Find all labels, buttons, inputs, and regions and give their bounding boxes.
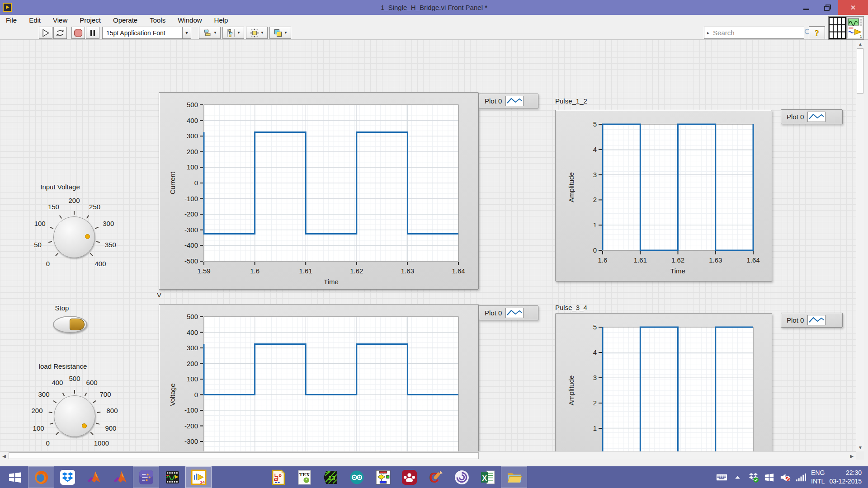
bittorrent-icon[interactable] — [448, 466, 475, 488]
abort-button[interactable] — [71, 27, 85, 39]
network-signal-icon[interactable] — [795, 471, 807, 483]
menu-item-tools[interactable]: Tools — [150, 16, 165, 24]
toolbar: 15pt Application Font ▼ ▼ ▼ ▼ ▼ ▸ ? — [0, 25, 868, 40]
search-box[interactable]: ▸ — [704, 27, 804, 39]
simulink-icon[interactable] — [107, 466, 133, 488]
file-explorer-icon[interactable] — [501, 466, 527, 488]
svg-text:Amplitude: Amplitude — [567, 375, 575, 406]
restore-button[interactable] — [817, 0, 838, 15]
stop-button[interactable] — [53, 316, 87, 333]
labview-media-icon[interactable] — [159, 466, 185, 488]
svg-text:1.64: 1.64 — [746, 256, 760, 264]
scroll-down-icon[interactable]: ▼ — [856, 443, 864, 451]
language-indicator[interactable]: ENG INTL — [811, 469, 825, 486]
plot-legend-voltage[interactable]: Plot 0 — [479, 305, 538, 320]
excel-icon[interactable]: X — [475, 466, 501, 488]
font-selector[interactable]: 15pt Application Font — [102, 27, 183, 39]
flowchart-icon[interactable] — [370, 466, 396, 488]
minimize-button[interactable] — [796, 0, 817, 15]
pause-button[interactable] — [86, 27, 99, 39]
reorder-button[interactable]: ▼ — [269, 27, 291, 39]
title-bar: 1_Single_H_Bridge.vi Front Panel * ✕ — [0, 0, 868, 15]
tex-icon[interactable]: TEX* — [291, 466, 317, 488]
scroll-right-icon[interactable]: ▶ — [848, 452, 856, 460]
show-hidden-icon[interactable] — [731, 471, 743, 483]
chart-panel-voltage: 1.591.61.611.621.631.645004003002001000-… — [159, 304, 479, 451]
svg-text:-200: -200 — [184, 210, 198, 218]
plot-legend-label: Plot 0 — [787, 316, 804, 324]
input-voltage-knob[interactable] — [53, 216, 95, 258]
svg-text:0: 0 — [194, 391, 198, 399]
font-selector-dropdown-icon[interactable]: ▼ — [182, 27, 191, 39]
dropbox-tray-icon[interactable] — [747, 471, 759, 483]
vertical-scroll-thumb[interactable] — [857, 48, 863, 94]
knob-scale-value: 0 — [46, 439, 49, 447]
context-help-button[interactable]: ? — [809, 26, 825, 39]
knob-scale-value: 300 — [38, 390, 49, 398]
arduino-icon[interactable] — [344, 466, 370, 488]
svg-text:-500: -500 — [184, 257, 198, 265]
app-13-icon[interactable]: 13 — [317, 466, 344, 488]
svg-text:3: 3 — [593, 374, 597, 381]
matlab-icon[interactable] — [80, 466, 107, 488]
knob-scale-value: 200 — [68, 197, 80, 204]
run-button[interactable] — [39, 27, 52, 39]
vi-icon[interactable]: 1 — [846, 16, 864, 40]
vertical-scrollbar[interactable]: ▲ ▼ — [856, 40, 864, 451]
knob-pointer-dot — [85, 234, 90, 239]
taskbar: 14TEX*13CX ENG INTL 22:30 03-12-2015 — [0, 466, 868, 488]
search-scope-icon[interactable]: ▸ — [707, 30, 709, 35]
chart-panel-current: 1.591.61.611.621.631.645004003002001000-… — [159, 92, 479, 290]
circuit-editor-icon[interactable] — [265, 466, 291, 488]
scroll-up-icon[interactable]: ▲ — [856, 40, 864, 48]
dropbox-icon[interactable] — [54, 466, 80, 488]
alignment-grid-icon[interactable] — [828, 16, 846, 40]
horizontal-scrollbar[interactable]: ◀ ▶ — [0, 451, 856, 460]
horizontal-scroll-thumb[interactable] — [9, 452, 479, 459]
chart-caption-pulse_1_2: Pulse_1_2 — [555, 97, 587, 105]
svg-text:1: 1 — [860, 34, 862, 39]
search-input[interactable] — [712, 28, 804, 37]
svg-text:Voltage: Voltage — [169, 383, 176, 406]
align-objects-button[interactable]: ▼ — [199, 27, 221, 39]
taskbar-items: 14TEX*13CX — [2, 466, 527, 488]
menu-item-operate[interactable]: Operate — [113, 16, 137, 24]
chart-pulse_1_2[interactable]: 1.61.611.621.631.64543210AmplitudeTime — [556, 110, 773, 282]
labview-2014-icon[interactable]: 14 — [185, 466, 212, 488]
firefox-icon[interactable] — [28, 466, 54, 488]
ni-max-icon[interactable] — [133, 466, 159, 488]
menu-item-view[interactable]: View — [53, 16, 67, 24]
scroll-left-icon[interactable]: ◀ — [0, 452, 8, 460]
clock[interactable]: 22:30 03-12-2015 — [829, 469, 862, 486]
plot-legend-pulse_1_2[interactable]: Plot 0 — [781, 109, 843, 124]
knob-scale-value: 400 — [94, 260, 106, 267]
ccleaner-icon[interactable]: C — [422, 466, 448, 488]
svg-text:1: 1 — [593, 221, 597, 229]
close-button[interactable]: ✕ — [838, 0, 868, 15]
menu-item-project[interactable]: Project — [80, 16, 101, 24]
menu-item-file[interactable]: File — [6, 16, 17, 24]
knob-scale-value: 200 — [31, 406, 42, 414]
load-resistance-knob[interactable] — [54, 395, 95, 437]
chart-current[interactable]: 1.591.61.611.621.631.645004003002001000-… — [159, 93, 479, 290]
volume-muted-icon[interactable] — [779, 471, 791, 483]
windows-tray-icon[interactable] — [763, 471, 775, 483]
plot-legend-pulse_3_4[interactable]: Plot 0 — [781, 313, 843, 328]
chart-voltage[interactable]: 1.591.61.611.621.631.645004003002001000-… — [159, 305, 479, 451]
menu-item-window[interactable]: Window — [178, 16, 202, 24]
menu-item-help[interactable]: Help — [214, 16, 228, 24]
svg-text:1.63: 1.63 — [709, 256, 722, 264]
distribute-objects-button[interactable]: ▼ — [222, 27, 244, 39]
svg-text:-100: -100 — [184, 406, 198, 414]
svg-text:200: 200 — [187, 148, 198, 155]
run-continuously-button[interactable] — [53, 27, 67, 39]
plot-legend-current[interactable]: Plot 0 — [479, 94, 538, 108]
start-button[interactable] — [2, 466, 28, 488]
front-panel: Stop 1.591.61.611.621.631.64500400300200… — [0, 40, 856, 451]
touch-keyboard-icon[interactable] — [716, 471, 727, 483]
resize-objects-button[interactable]: ▼ — [246, 27, 268, 39]
mendeley-icon[interactable] — [396, 466, 422, 488]
chart-pulse_3_4[interactable]: 1.61.611.621.631.64543210AmplitudeTime — [556, 314, 773, 451]
menu-item-edit[interactable]: Edit — [29, 16, 41, 24]
svg-text:4: 4 — [593, 348, 597, 356]
